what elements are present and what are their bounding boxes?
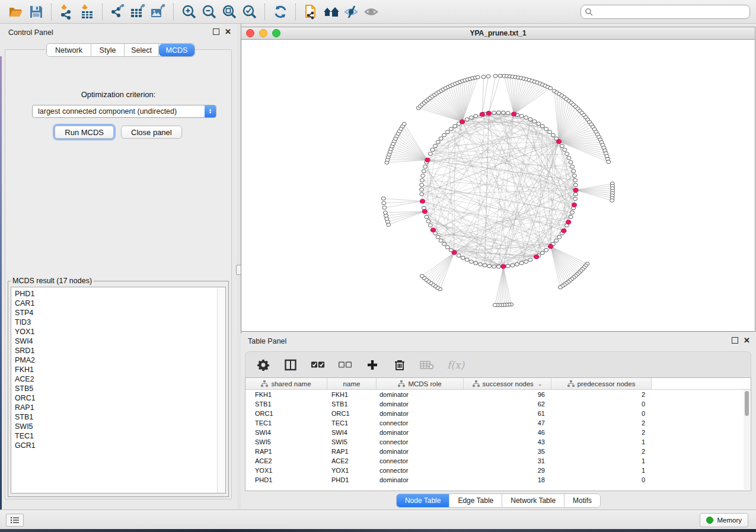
tab-edge-table[interactable]: Edge Table (449, 494, 502, 507)
float-table-panel-icon[interactable] (732, 337, 738, 344)
table-row[interactable]: SWI4SWI4dominator462 (245, 428, 751, 437)
mcds-result-item[interactable]: STB1 (15, 412, 218, 422)
cell-mcds_role: dominator (377, 448, 464, 455)
optimization-criterion-select[interactable]: largest connected component (undirected)… (32, 105, 216, 118)
select-all-icon[interactable] (311, 358, 325, 372)
sort-descending-icon: ⌄ (538, 381, 543, 387)
network-window-titlebar[interactable]: YPA_prune.txt_1 (241, 27, 755, 40)
import-network-icon[interactable] (57, 3, 77, 21)
table-row[interactable]: ACE2ACE2connector311 (245, 456, 751, 466)
show-columns-icon[interactable] (283, 358, 298, 372)
delete-column-icon[interactable] (393, 358, 407, 372)
cell-shared_name: SWI4 (245, 429, 327, 436)
save-session-icon[interactable] (26, 3, 46, 21)
mcds-result-item[interactable]: GCR1 (15, 441, 218, 450)
mcds-result-list[interactable]: PHD1CAR1STP4TID3YOX1SWI4SRD1PMA2FKH1ACE2… (11, 287, 218, 493)
close-panel-button[interactable]: Close panel (121, 126, 182, 139)
tab-network-table[interactable]: Network Table (502, 494, 564, 507)
cell-name: SWI5 (327, 438, 377, 446)
column-header-shared-name[interactable]: shared name (245, 378, 327, 389)
column-header-name[interactable]: name (327, 378, 377, 389)
zoom-selected-icon[interactable] (240, 3, 260, 21)
cell-predecessor_nodes: 2 (551, 448, 652, 455)
zoom-fit-icon[interactable] (219, 3, 240, 21)
hide-graphics-icon[interactable] (342, 3, 362, 21)
cell-name: STB1 (327, 400, 377, 408)
mcds-result-item[interactable]: SRD1 (15, 346, 218, 355)
mcds-result-item[interactable]: YOX1 (15, 327, 218, 336)
table-row[interactable]: STB1STB1dominator620 (245, 399, 751, 409)
table-row[interactable]: TEC1TEC1connector472 (245, 418, 751, 428)
tab-style[interactable]: Style (91, 44, 125, 56)
column-header-predecessor-nodes[interactable]: predecessor nodes (551, 378, 652, 389)
memory-button[interactable]: Memory (700, 513, 748, 527)
search-input[interactable] (593, 7, 746, 17)
toolbar-separator (173, 4, 174, 20)
table-scrollbar-thumb[interactable] (745, 391, 749, 416)
mcds-result-item[interactable]: PMA2 (15, 355, 218, 365)
network-home-icon[interactable] (321, 3, 342, 21)
mcds-result-item[interactable]: ORC1 (15, 393, 218, 403)
table-row[interactable]: YOX1YOX1connector291 (245, 466, 751, 475)
open-session-icon[interactable] (6, 3, 26, 21)
mcds-result-item[interactable]: TEC1 (15, 431, 218, 441)
table-options-gear-icon[interactable] (256, 358, 270, 372)
status-menu-button[interactable] (6, 514, 24, 527)
close-table-panel-icon[interactable]: ✕ (744, 338, 750, 343)
cell-successor_nodes: 31 (464, 457, 551, 464)
export-network-icon[interactable] (108, 3, 128, 21)
table-row[interactable]: RAP1RAP1dominator352 (245, 447, 751, 456)
share-document-icon[interactable] (301, 3, 321, 21)
cell-shared_name: RAP1 (245, 448, 327, 455)
result-scrollbar[interactable] (217, 287, 225, 493)
cell-predecessor_nodes: 0 (551, 400, 652, 408)
search-field[interactable] (580, 5, 750, 19)
cell-predecessor_nodes: 1 (551, 467, 652, 474)
export-table-icon[interactable] (128, 3, 148, 21)
show-graphics-icon[interactable] (362, 3, 382, 21)
float-panel-icon[interactable] (213, 28, 219, 35)
mcds-result-item[interactable]: SWI4 (15, 336, 218, 346)
zoom-in-icon[interactable] (179, 3, 199, 21)
run-mcds-button[interactable]: Run MCDS (55, 126, 114, 139)
mcds-result-item[interactable]: PHD1 (15, 289, 218, 299)
column-header-successor-nodes[interactable]: successor nodes⌄ (464, 378, 551, 389)
mcds-result-item[interactable]: STP4 (15, 308, 218, 318)
import-table-icon[interactable] (77, 3, 97, 21)
column-tree-icon (261, 380, 268, 387)
tab-mcds[interactable]: MCDS (159, 44, 194, 56)
mcds-result-item[interactable]: CAR1 (15, 299, 218, 308)
mcds-result-item[interactable]: ACE2 (15, 374, 218, 384)
mcds-result-item[interactable]: TID3 (15, 318, 218, 327)
zoom-out-icon[interactable] (199, 3, 219, 21)
close-panel-icon[interactable]: ✕ (225, 29, 231, 34)
cell-shared_name: FKH1 (245, 391, 327, 398)
table-row[interactable]: PHD1PHD1dominator180 (245, 475, 751, 485)
desktop-wallpaper-edge (0, 56, 2, 509)
cell-mcds_role: dominator (377, 410, 464, 417)
tab-motifs[interactable]: Motifs (564, 494, 600, 507)
table-scrollbar[interactable] (744, 390, 750, 490)
mcds-result-item[interactable]: FKH1 (15, 365, 218, 374)
table-row[interactable]: SWI5SWI5connector431 (245, 437, 751, 447)
status-bar: Memory (0, 509, 756, 529)
deselect-all-icon[interactable] (338, 358, 352, 372)
refresh-icon[interactable] (270, 3, 291, 21)
network-canvas[interactable] (241, 40, 755, 332)
column-header-MCDS-role[interactable]: MCDS role (377, 378, 464, 389)
cell-successor_nodes: 43 (464, 438, 551, 446)
delete-table-icon[interactable] (420, 358, 434, 372)
tab-network[interactable]: Network (47, 44, 91, 56)
export-image-icon[interactable] (148, 3, 168, 21)
mcds-result-item[interactable]: STB5 (15, 384, 218, 393)
table-row[interactable]: FKH1FKH1dominator962 (245, 390, 751, 399)
function-builder-icon[interactable]: f(x) (447, 359, 464, 371)
tab-node-table[interactable]: Node Table (397, 494, 450, 507)
mcds-result-item[interactable]: RAP1 (15, 403, 218, 412)
selected-option: largest connected component (undirected) (33, 107, 205, 116)
network-view-window: YPA_prune.txt_1 (241, 27, 755, 332)
create-column-icon[interactable] (365, 358, 379, 372)
tab-select[interactable]: Select (125, 44, 159, 56)
table-row[interactable]: ORC1ORC1dominator610 (245, 409, 751, 418)
mcds-result-item[interactable]: SWI5 (15, 422, 218, 431)
